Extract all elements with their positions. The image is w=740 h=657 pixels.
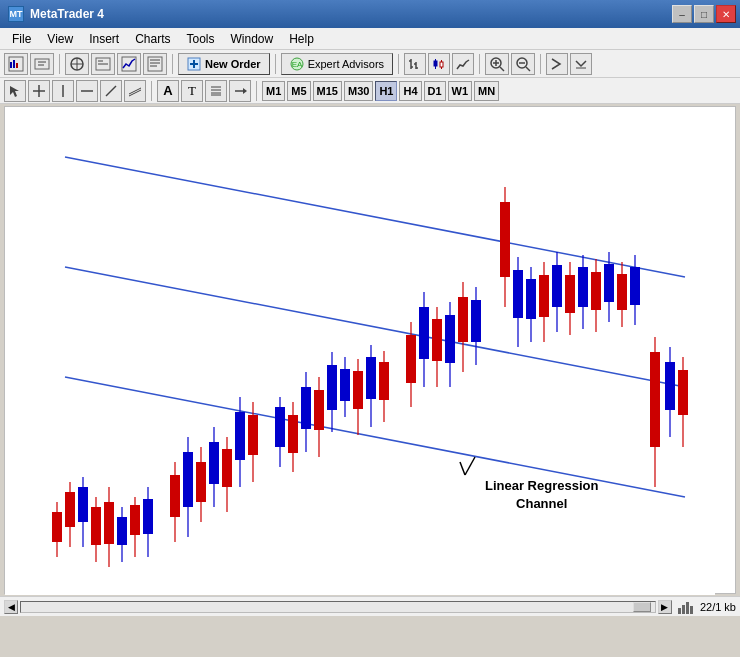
svg-line-48 — [106, 86, 116, 96]
svg-rect-85 — [222, 449, 232, 487]
chart-svg — [5, 107, 715, 595]
menu-help[interactable]: Help — [281, 30, 322, 48]
navigator-button[interactable] — [65, 53, 89, 75]
svg-rect-101 — [340, 369, 350, 401]
restore-button[interactable]: □ — [694, 5, 714, 23]
menu-insert[interactable]: Insert — [81, 30, 127, 48]
candlestick-chart-button[interactable] — [428, 53, 450, 75]
svg-rect-61 — [52, 512, 62, 542]
crosshair-tool[interactable] — [28, 80, 50, 102]
tf-m15[interactable]: M15 — [313, 81, 342, 101]
svg-rect-103 — [353, 371, 363, 409]
cursor-tool[interactable] — [4, 80, 26, 102]
new-order-button[interactable]: New Order — [178, 53, 270, 75]
menu-view[interactable]: View — [39, 30, 81, 48]
expert-advisors-label: Expert Advisors — [308, 58, 384, 70]
menu-charts[interactable]: Charts — [127, 30, 178, 48]
menu-window[interactable]: Window — [223, 30, 282, 48]
svg-rect-91 — [275, 407, 285, 447]
svg-rect-105 — [366, 357, 376, 399]
svg-rect-63 — [65, 492, 75, 527]
fibo-tool[interactable] — [205, 80, 227, 102]
svg-rect-109 — [406, 335, 416, 383]
terminal-button[interactable] — [91, 53, 115, 75]
text-tool[interactable]: A — [157, 80, 179, 102]
horizontal-scrollbar[interactable] — [20, 601, 656, 613]
trendline-tool[interactable] — [100, 80, 122, 102]
menu-tools[interactable]: Tools — [179, 30, 223, 48]
svg-rect-89 — [248, 415, 258, 455]
svg-rect-73 — [130, 505, 140, 535]
new-chart-button[interactable] — [4, 53, 28, 75]
chart-icon — [678, 600, 696, 614]
app-icon: MT — [8, 6, 24, 22]
tf-m1[interactable]: M1 — [262, 81, 285, 101]
status-bar: ◀ ▶ 22/1 kb — [0, 596, 740, 616]
window-controls: – □ ✕ — [672, 5, 736, 23]
menu-file[interactable]: File — [4, 30, 39, 48]
svg-rect-4 — [35, 59, 49, 69]
svg-rect-125 — [526, 279, 536, 319]
svg-rect-150 — [678, 608, 681, 614]
svg-rect-107 — [379, 362, 389, 400]
horizontal-line-tool[interactable] — [76, 80, 98, 102]
line-chart-button[interactable] — [452, 53, 474, 75]
svg-rect-151 — [682, 605, 685, 614]
tf-d1[interactable]: D1 — [424, 81, 446, 101]
svg-rect-145 — [665, 362, 675, 410]
tf-h1[interactable]: H1 — [375, 81, 397, 101]
history-button[interactable] — [143, 53, 167, 75]
annotation-line1: Linear Regression — [485, 478, 598, 493]
scroll-left-button[interactable]: ◀ — [4, 600, 18, 614]
svg-rect-99 — [327, 365, 337, 410]
tf-m5[interactable]: M5 — [287, 81, 310, 101]
zoom-out-button[interactable] — [511, 53, 535, 75]
svg-rect-135 — [591, 272, 601, 310]
label-tool[interactable]: T — [181, 80, 203, 102]
minimize-button[interactable]: – — [672, 5, 692, 23]
svg-rect-77 — [170, 475, 180, 517]
channel-annotation: Linear Regression Channel — [485, 477, 598, 513]
market-watch-button[interactable] — [117, 53, 141, 75]
tf-h4[interactable]: H4 — [399, 81, 421, 101]
svg-marker-55 — [243, 88, 247, 94]
scroll-right-button[interactable] — [546, 53, 568, 75]
separator-6 — [540, 54, 541, 74]
arrow-tool[interactable] — [229, 80, 251, 102]
vertical-line-tool[interactable] — [52, 80, 74, 102]
svg-rect-83 — [209, 442, 219, 484]
scrollbar-area[interactable]: ◀ ▶ — [4, 600, 672, 614]
title-bar: MT MetaTrader 4 – □ ✕ — [0, 0, 740, 28]
svg-line-36 — [500, 67, 504, 71]
new-order-label: New Order — [205, 58, 261, 70]
separator-1 — [59, 54, 60, 74]
channel-tool[interactable] — [124, 80, 146, 102]
expert-advisors-button[interactable]: EA Expert Advisors — [281, 53, 393, 75]
svg-rect-143 — [650, 352, 660, 447]
scroll-thumb[interactable] — [633, 602, 651, 612]
status-text: 22/1 kb — [700, 601, 736, 613]
svg-rect-119 — [471, 300, 481, 342]
scroll-right-button[interactable]: ▶ — [658, 600, 672, 614]
profiles-button[interactable] — [30, 53, 54, 75]
close-button[interactable]: ✕ — [716, 5, 736, 23]
zoom-in-button[interactable] — [485, 53, 509, 75]
svg-rect-95 — [301, 387, 311, 429]
toolbar-drawing: A T M1 M5 M15 M30 H1 H4 D1 W1 MN — [0, 78, 740, 104]
autoscroll-button[interactable] — [570, 53, 592, 75]
svg-rect-147 — [678, 370, 688, 415]
tf-m30[interactable]: M30 — [344, 81, 373, 101]
tf-mn[interactable]: MN — [474, 81, 499, 101]
svg-rect-65 — [78, 487, 88, 522]
svg-rect-79 — [183, 452, 193, 507]
svg-rect-93 — [288, 415, 298, 453]
bar-chart-button[interactable] — [404, 53, 426, 75]
menu-bar: File View Insert Charts Tools Window Hel… — [0, 28, 740, 50]
tf-w1[interactable]: W1 — [448, 81, 473, 101]
toolbar-main: New Order EA Expert Advisors — [0, 50, 740, 78]
svg-rect-133 — [578, 267, 588, 307]
svg-rect-14 — [148, 57, 162, 71]
svg-rect-117 — [458, 297, 468, 342]
svg-rect-123 — [513, 270, 523, 318]
separator-4 — [398, 54, 399, 74]
